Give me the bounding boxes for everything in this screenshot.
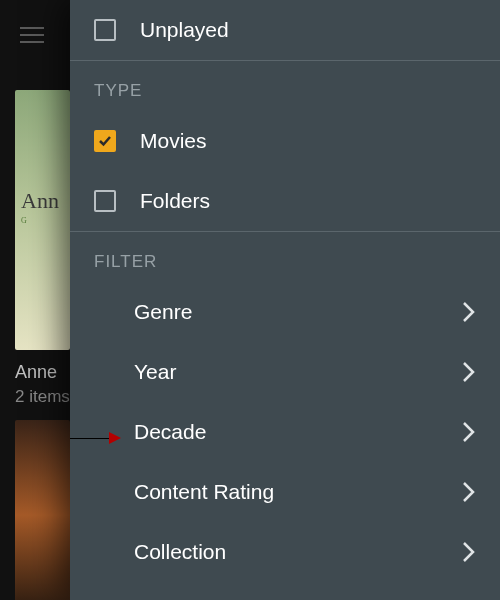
section-header-filter: FILTER: [70, 232, 500, 282]
filter-label: Content Rating: [134, 480, 274, 504]
library-item-title: Anne: [15, 362, 70, 383]
filter-collection[interactable]: Collection: [70, 522, 500, 582]
filter-label: Decade: [134, 420, 206, 444]
filter-year[interactable]: Year: [70, 342, 500, 402]
library-item-caption: Anne 2 items: [15, 362, 70, 407]
library-poster: Ann G: [15, 90, 70, 350]
type-label: Folders: [140, 189, 210, 213]
type-folders[interactable]: Folders: [70, 171, 500, 231]
filter-decade[interactable]: Decade: [70, 402, 500, 462]
filter-genre[interactable]: Genre: [70, 282, 500, 342]
checkbox-icon[interactable]: [94, 190, 116, 212]
filter-panel: Unplayed TYPE Movies Folders FILTER Genr…: [70, 0, 500, 600]
chevron-right-icon: [462, 421, 476, 443]
filter-label: Genre: [134, 300, 192, 324]
checkbox-icon[interactable]: [94, 19, 116, 41]
library-item-subtitle: 2 items: [15, 387, 70, 407]
chevron-right-icon: [462, 481, 476, 503]
hamburger-menu-icon[interactable]: [20, 27, 44, 43]
poster-title-fragment: Ann: [21, 190, 59, 212]
option-label: Unplayed: [140, 18, 229, 42]
section-header-type: TYPE: [70, 61, 500, 111]
filter-label: Year: [134, 360, 176, 384]
option-unplayed[interactable]: Unplayed: [70, 0, 500, 60]
chevron-right-icon: [462, 541, 476, 563]
chevron-right-icon: [462, 301, 476, 323]
type-label: Movies: [140, 129, 207, 153]
poster-subtitle-fragment: G: [21, 216, 27, 225]
type-movies[interactable]: Movies: [70, 111, 500, 171]
filter-content-rating[interactable]: Content Rating: [70, 462, 500, 522]
filter-label: Collection: [134, 540, 226, 564]
chevron-right-icon: [462, 361, 476, 383]
library-poster: [15, 420, 70, 600]
checkbox-icon[interactable]: [94, 130, 116, 152]
